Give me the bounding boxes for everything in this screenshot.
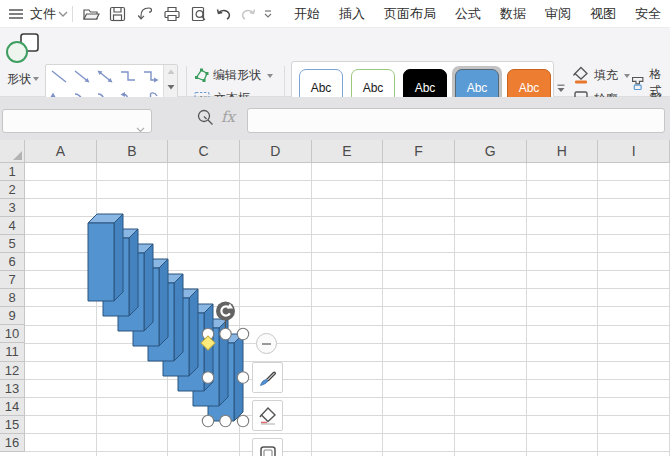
gallery-scroll-down-icon[interactable]	[167, 84, 175, 90]
tab-页面布局[interactable]: 页面布局	[384, 5, 436, 23]
shapes-icon	[4, 31, 42, 65]
fill-bucket-icon	[258, 406, 278, 426]
shapes-button[interactable]: 形状	[2, 30, 44, 94]
spreadsheet-grid: ABCDEFGHI 12345678910111213141516	[0, 140, 670, 456]
tab-开始[interactable]: 开始	[294, 5, 320, 23]
row-header-3[interactable]: 3	[0, 199, 25, 217]
name-box-input[interactable]	[2, 109, 152, 133]
shapes-label: 形状	[7, 72, 31, 86]
border-outline-icon	[258, 444, 278, 456]
arrow-icon[interactable]	[70, 66, 93, 88]
menu-tabs: 开始插入页面布局公式数据审阅视图安全	[294, 0, 661, 28]
row-header-12[interactable]: 12	[0, 362, 25, 380]
edit-shape-button[interactable]: 编辑形状	[194, 67, 273, 84]
brush-style-icon	[258, 368, 278, 388]
tab-数据[interactable]: 数据	[500, 5, 526, 23]
col-header-C[interactable]: C	[168, 140, 240, 163]
undo-icon[interactable]	[215, 0, 232, 28]
row-header-16[interactable]: 16	[0, 434, 25, 452]
column-headers: ABCDEFGHI	[25, 140, 670, 163]
save-icon[interactable]	[109, 0, 126, 28]
double-arrow-icon[interactable]	[93, 66, 116, 88]
row-header-8[interactable]: 8	[0, 289, 25, 307]
row-header-14[interactable]: 14	[0, 398, 25, 416]
file-menu-chevron-icon[interactable]	[58, 0, 68, 28]
tab-公式[interactable]: 公式	[455, 5, 481, 23]
float-style-brush-button[interactable]	[252, 362, 283, 393]
formula-bar: fx	[0, 97, 670, 140]
float-border-button[interactable]	[252, 438, 283, 456]
row-header-1[interactable]: 1	[0, 163, 25, 181]
col-header-F[interactable]: F	[383, 140, 455, 163]
row-header-6[interactable]: 6	[0, 253, 25, 271]
tab-安全[interactable]: 安全	[635, 5, 661, 23]
line-icon[interactable]	[47, 66, 70, 88]
float-toolbar-collapse-button[interactable]	[256, 333, 277, 354]
fx-label: fx	[221, 108, 235, 126]
collapse-minus-icon	[262, 343, 271, 345]
folder-open-icon[interactable]	[82, 0, 100, 28]
row-headers: 12345678910111213141516	[0, 163, 25, 452]
row-header-11[interactable]: 11	[0, 343, 25, 361]
row-header-10[interactable]: 10	[0, 325, 25, 343]
titlebar-separator	[72, 6, 73, 22]
print-preview-icon[interactable]	[190, 0, 208, 28]
ribbon: 形状 编辑形状 A 文本框 AbcAbcAbcAbcAbc	[0, 28, 670, 97]
redo-icon	[240, 0, 257, 28]
select-all-corner[interactable]	[0, 140, 25, 163]
edit-shape-label: 编辑形状	[213, 67, 261, 84]
float-fill-button[interactable]	[252, 400, 283, 431]
col-header-D[interactable]: D	[240, 140, 312, 163]
col-header-A[interactable]: A	[25, 140, 97, 163]
tab-审阅[interactable]: 审阅	[545, 5, 571, 23]
fill-bucket-icon	[572, 66, 590, 85]
row-header-5[interactable]: 5	[0, 235, 25, 253]
row-header-2[interactable]: 2	[0, 181, 25, 199]
tab-插入[interactable]: 插入	[339, 5, 365, 23]
shapes-dropdown-icon	[33, 77, 39, 81]
titlebar: 文件 开始插入页面布局公式数据审阅视图安全	[0, 0, 670, 28]
cells-area[interactable]	[25, 163, 670, 456]
name-box-dropdown-icon[interactable]	[136, 119, 145, 137]
row-header-4[interactable]: 4	[0, 217, 25, 235]
row-header-9[interactable]: 9	[0, 307, 25, 325]
col-header-B[interactable]: B	[97, 140, 169, 163]
print-icon[interactable]	[163, 0, 181, 28]
elbow-connector-icon[interactable]	[116, 66, 139, 88]
col-header-E[interactable]: E	[312, 140, 384, 163]
col-header-I[interactable]: I	[598, 140, 670, 163]
edit-points-icon	[194, 68, 209, 83]
more-commands-icon[interactable]	[263, 0, 273, 28]
elbow-arrow-icon[interactable]	[139, 66, 162, 88]
file-menu[interactable]: 文件	[30, 0, 56, 28]
fill-button[interactable]: 填充	[572, 66, 630, 85]
edit-shape-dropdown-icon	[267, 74, 273, 78]
tab-视图[interactable]: 视图	[590, 5, 616, 23]
col-header-H[interactable]: H	[527, 140, 599, 163]
export-icon[interactable]	[136, 0, 154, 28]
fill-label: 填充	[594, 67, 618, 84]
function-search-icon[interactable]	[196, 108, 215, 131]
formula-input[interactable]	[247, 108, 665, 133]
corner-triangle-icon	[13, 151, 22, 160]
row-header-13[interactable]: 13	[0, 380, 25, 398]
row-header-15[interactable]: 15	[0, 416, 25, 434]
gallery-scroll-up-icon[interactable]	[167, 69, 175, 75]
hamburger-icon[interactable]	[8, 0, 24, 28]
col-header-G[interactable]: G	[455, 140, 527, 163]
row-header-7[interactable]: 7	[0, 271, 25, 289]
